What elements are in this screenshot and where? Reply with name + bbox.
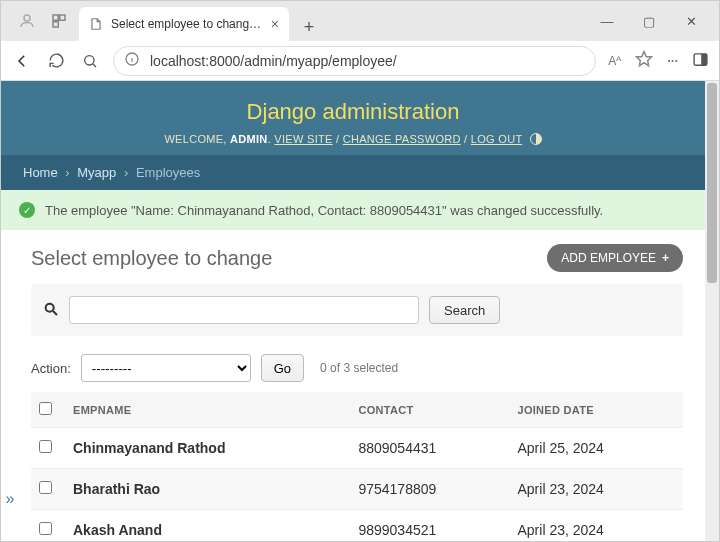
cell-joined: April 23, 2024 [509,469,683,510]
titlebar-left [17,11,69,31]
row-checkbox[interactable] [39,522,52,535]
action-select[interactable]: --------- [81,354,251,382]
cell-contact: 9754178809 [350,469,509,510]
change-password-link[interactable]: CHANGE PASSWORD [343,133,461,145]
select-all-checkbox[interactable] [39,402,52,415]
action-label: Action: [31,361,71,376]
sidebar-toggle[interactable]: » [1,490,19,508]
vertical-scrollbar[interactable] [705,81,719,541]
minimize-button[interactable]: — [595,14,619,29]
row-checkbox[interactable] [39,481,52,494]
address-bar: localhost:8000/admin/myapp/employee/ Aᴬ … [1,41,719,81]
search-icon [43,301,59,320]
back-button[interactable] [11,52,33,70]
employee-link[interactable]: Chinmayanand Rathod [73,440,225,456]
theme-toggle-icon[interactable] [530,133,542,145]
welcome-label: WELCOME, [164,133,226,145]
breadcrumb-home[interactable]: Home [23,165,58,180]
text-size-icon[interactable]: Aᴬ [608,54,621,68]
row-checkbox[interactable] [39,440,52,453]
refresh-button[interactable] [45,52,67,69]
breadcrumb-app[interactable]: Myapp [77,165,116,180]
col-empname[interactable]: EMPNAME [65,392,350,428]
table-row: Bharathi Rao 9754178809 April 23, 2024 [31,469,683,510]
search-input[interactable] [69,296,419,324]
page-icon [89,17,103,31]
heading-row: Select employee to change ADD EMPLOYEE + [31,244,683,272]
url-text: localhost:8000/admin/myapp/employee/ [150,53,397,69]
username: ADMIN [230,133,268,145]
scroll-thumb[interactable] [707,83,717,283]
flash-text: The employee "Name: Chinmayanand Rathod,… [45,203,603,218]
maximize-button[interactable]: ▢ [637,14,661,29]
cell-joined: April 23, 2024 [509,510,683,542]
employee-link[interactable]: Akash Anand [73,522,162,538]
table-row: Chinmayanand Rathod 8809054431 April 25,… [31,428,683,469]
cell-contact: 8809054431 [350,428,509,469]
employee-table: EMPNAME CONTACT JOINED DATE Chinmayanand… [31,392,683,541]
django-header: Django administration WELCOME, ADMIN. VI… [1,81,705,155]
viewport: Django administration WELCOME, ADMIN. VI… [1,81,719,541]
profile-icon[interactable] [17,11,37,31]
browser-tab-active[interactable]: Select employee to change | Dja × [79,7,289,41]
breadcrumb: Home › Myapp › Employees [1,155,705,190]
site-info-icon[interactable] [124,51,142,70]
breadcrumb-sep: › [124,165,128,180]
view-site-link[interactable]: VIEW SITE [274,133,332,145]
svg-line-12 [53,311,57,315]
collections-icon[interactable] [692,51,709,71]
svg-point-4 [85,55,94,64]
new-tab-button[interactable]: + [295,13,323,41]
page-title: Select employee to change [31,247,547,270]
site-title: Django administration [21,99,685,125]
user-line: WELCOME, ADMIN. VIEW SITE / CHANGE PASSW… [21,133,685,145]
col-contact[interactable]: CONTACT [350,392,509,428]
tab-title: Select employee to change | Dja [111,17,263,31]
browser-titlebar: Select employee to change | Dja × + — ▢ … [1,1,719,41]
plus-icon: + [662,251,669,265]
selection-count: 0 of 3 selected [320,361,398,375]
search-button[interactable]: Search [429,296,500,324]
svg-point-0 [24,15,30,21]
more-icon[interactable]: ··· [667,53,678,68]
favorite-icon[interactable] [635,50,653,71]
go-button[interactable]: Go [261,354,304,382]
logout-link[interactable]: LOG OUT [471,133,522,145]
success-message: ✓ The employee "Name: Chinmayanand Ratho… [1,190,705,230]
table-row: Akash Anand 9899034521 April 23, 2024 [31,510,683,542]
svg-point-11 [46,303,54,311]
workspaces-icon[interactable] [49,11,69,31]
search-row: Search [31,284,683,336]
col-joined[interactable]: JOINED DATE [509,392,683,428]
window-controls: — ▢ ✕ [595,14,703,29]
page-content: Django administration WELCOME, ADMIN. VI… [1,81,705,541]
tabs-row: Select employee to change | Dja × + [79,1,323,41]
svg-rect-2 [60,15,65,20]
svg-rect-3 [53,22,58,27]
tab-close-icon[interactable]: × [271,16,279,32]
breadcrumb-sep: › [65,165,69,180]
cell-joined: April 25, 2024 [509,428,683,469]
address-right: Aᴬ ··· [608,50,709,71]
search-icon[interactable] [79,53,101,69]
svg-marker-8 [637,52,652,66]
svg-rect-1 [53,15,58,20]
close-window-button[interactable]: ✕ [679,14,703,29]
browser-window: Select employee to change | Dja × + — ▢ … [0,0,720,542]
action-row: Action: --------- Go 0 of 3 selected [31,354,683,382]
add-employee-button[interactable]: ADD EMPLOYEE + [547,244,683,272]
breadcrumb-current: Employees [136,165,200,180]
employee-link[interactable]: Bharathi Rao [73,481,160,497]
add-button-label: ADD EMPLOYEE [561,251,656,265]
url-input[interactable]: localhost:8000/admin/myapp/employee/ [113,46,596,76]
check-icon: ✓ [19,202,35,218]
svg-rect-10 [701,53,707,64]
cell-contact: 9899034521 [350,510,509,542]
